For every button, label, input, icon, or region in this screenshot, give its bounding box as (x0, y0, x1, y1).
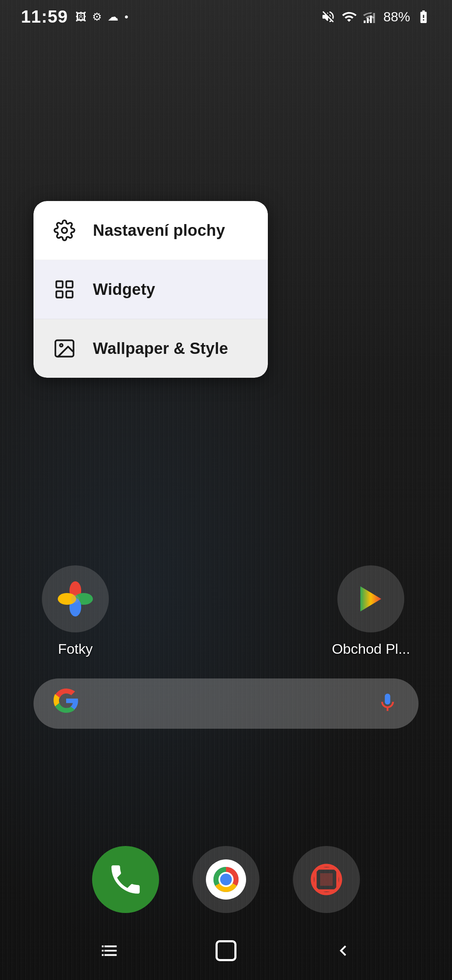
menu-label-widgets: Widgety (93, 281, 155, 299)
svg-point-10 (60, 344, 63, 347)
status-icons: 🖼 ⚙ ☁ • (75, 10, 128, 23)
svg-point-22 (220, 874, 232, 885)
svg-rect-3 (373, 13, 375, 23)
dock-chrome[interactable] (193, 846, 259, 913)
nav-bar (0, 921, 452, 980)
play-store-icon-svg (354, 582, 388, 616)
photos-icon-circle (42, 565, 109, 632)
svg-point-15 (71, 595, 80, 603)
svg-rect-5 (56, 281, 63, 288)
mute-icon (321, 9, 336, 24)
photos-icon-svg (54, 578, 96, 620)
status-right: 88% (321, 9, 431, 25)
menu-item-wallpaper-style[interactable]: Wallpaper & Style (33, 319, 268, 378)
wallpaper-background (0, 0, 452, 980)
dock (0, 846, 452, 913)
status-time: 11:59 (21, 7, 68, 27)
battery-percent: 88% (383, 9, 410, 25)
svg-rect-24 (217, 941, 236, 960)
wallpaper-icon (54, 338, 75, 359)
menu-item-widgets[interactable]: Widgety (33, 260, 268, 319)
wifi-icon (342, 9, 357, 24)
mic-icon[interactable] (377, 692, 398, 715)
svg-rect-6 (66, 281, 72, 288)
svg-rect-7 (56, 291, 63, 297)
context-menu: Nastavení plochy Widgety Wallpaper & Sty… (33, 201, 268, 378)
menu-label-home-settings: Nastavení plochy (93, 222, 225, 240)
dock-screenshot[interactable] (293, 846, 360, 913)
svg-rect-0 (364, 21, 366, 23)
status-bar: 11:59 🖼 ⚙ ☁ • 88% (0, 0, 452, 34)
svg-point-4 (62, 228, 67, 233)
gallery-icon: 🖼 (75, 10, 86, 23)
google-g-icon (54, 688, 79, 720)
battery-icon (416, 9, 431, 24)
play-store-icon-circle (337, 565, 404, 632)
menu-label-wallpaper-style: Wallpaper & Style (93, 340, 228, 358)
play-store-label: Obchod Pl... (332, 641, 410, 657)
signal-icon (362, 9, 378, 24)
cloud-icon: ☁ (108, 10, 118, 23)
dock-phone[interactable] (92, 846, 159, 913)
status-left: 11:59 🖼 ⚙ ☁ • (21, 7, 128, 27)
photos-label: Fotky (58, 641, 92, 657)
svg-marker-16 (360, 586, 381, 611)
dot-indicator: • (124, 10, 128, 23)
svg-rect-8 (66, 291, 72, 297)
svg-rect-2 (370, 15, 372, 23)
gear-icon (54, 219, 75, 241)
menu-item-home-settings[interactable]: Nastavení plochy (33, 201, 268, 260)
nav-home-button[interactable] (209, 938, 243, 963)
apps-area: Fotky Obchod Pl... (0, 565, 452, 657)
nav-recent-button[interactable] (92, 940, 126, 961)
widgets-icon (54, 279, 75, 300)
nav-back-button[interactable] (326, 940, 360, 961)
app-play-store[interactable]: Obchod Pl... (332, 565, 410, 657)
settings-icon: ⚙ (92, 10, 102, 23)
status-right-icons: 88% (321, 9, 431, 25)
app-photos[interactable]: Fotky (42, 565, 109, 657)
svg-rect-1 (367, 18, 369, 23)
search-bar[interactable] (33, 678, 419, 729)
